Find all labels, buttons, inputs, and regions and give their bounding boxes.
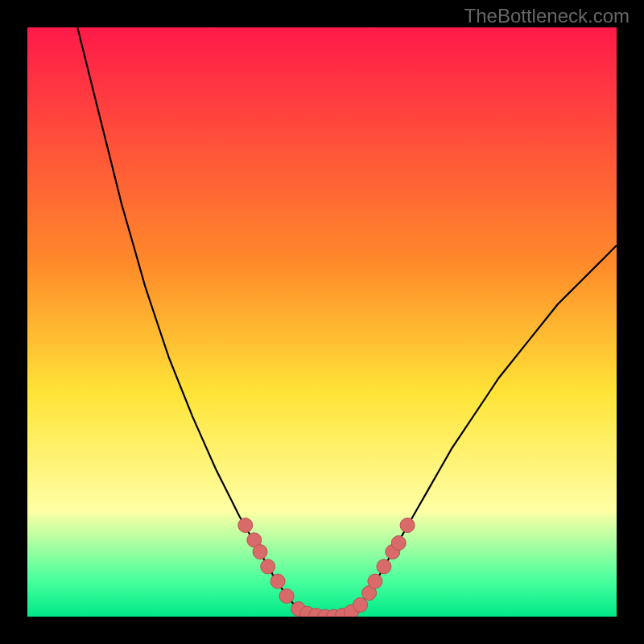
- data-marker: [253, 545, 267, 559]
- data-marker: [377, 559, 391, 574]
- gradient-bg: [27, 27, 617, 617]
- data-marker: [400, 518, 415, 533]
- data-marker: [368, 574, 382, 588]
- watermark-text: TheBottleneck.com: [464, 5, 630, 27]
- chart-frame: TheBottleneck.com: [0, 0, 644, 644]
- data-marker: [261, 559, 275, 574]
- plot-area: [27, 27, 617, 617]
- chart-svg: [27, 27, 617, 617]
- data-marker: [238, 518, 253, 533]
- data-marker: [270, 574, 285, 588]
- data-marker: [279, 588, 294, 603]
- data-marker: [391, 536, 406, 551]
- data-marker: [353, 597, 368, 612]
